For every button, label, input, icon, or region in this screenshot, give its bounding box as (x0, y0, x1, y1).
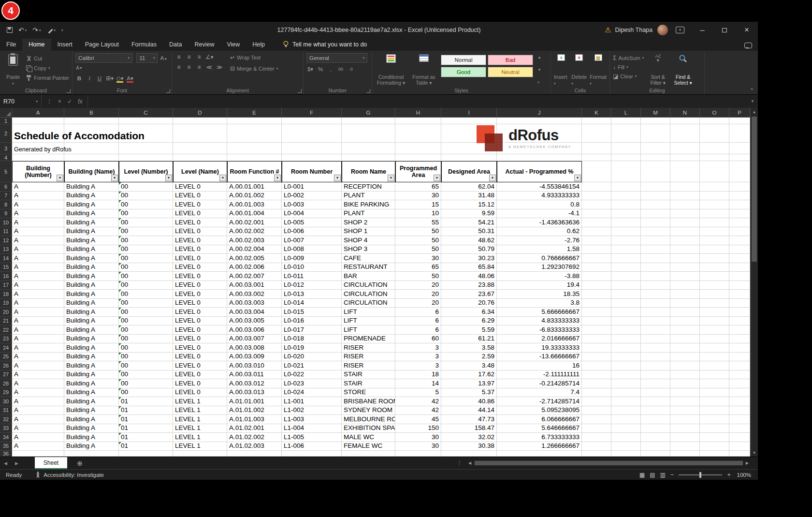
cell-E31[interactable]: A.01.01.002 (227, 406, 282, 415)
cell-L17[interactable] (611, 281, 641, 290)
row-header-31[interactable]: 31 (0, 406, 12, 415)
cell-B35[interactable]: Building A (64, 442, 119, 451)
gallery-more-icon[interactable]: ≡ (537, 80, 541, 85)
cell-N24[interactable] (670, 343, 700, 353)
cell-L15[interactable] (611, 263, 641, 272)
filter-dropdown-icon[interactable]: ▼ (219, 175, 226, 181)
cell-G8[interactable]: BIKE PARKING (342, 200, 395, 209)
cell-P10[interactable] (729, 218, 750, 227)
cell-P29[interactable] (729, 388, 750, 398)
cell-J34[interactable]: 6.733333333 (497, 433, 582, 442)
cell-H31[interactable]: 42 (395, 406, 441, 415)
cell-A1[interactable] (12, 118, 64, 124)
cell-H11[interactable]: 50 (395, 227, 441, 236)
cell-K28[interactable] (582, 379, 611, 388)
cell-N14[interactable] (670, 254, 700, 263)
cell-P34[interactable] (729, 433, 750, 442)
cell-N36[interactable] (670, 451, 700, 457)
autosum-button[interactable]: ΣAutoSum▾ (613, 54, 644, 62)
cell-B19[interactable]: Building A (64, 299, 119, 308)
new-sheet-button[interactable]: ⊕ (77, 459, 83, 467)
cell-K9[interactable] (582, 209, 611, 219)
cell-B16[interactable]: Building A (64, 272, 119, 281)
cell-F9[interactable]: L0-004 (282, 209, 342, 219)
cell-K33[interactable] (582, 424, 611, 433)
row-header-10[interactable]: 10 (0, 218, 12, 227)
cell-B36[interactable] (64, 451, 119, 457)
cell-L10[interactable] (611, 218, 641, 227)
cell-E1[interactable] (227, 118, 282, 124)
row-header-16[interactable]: 16 (0, 272, 12, 281)
cell-N6[interactable] (670, 182, 700, 192)
cell-F13[interactable]: L0-008 (282, 245, 342, 254)
cell-A30[interactable]: A (12, 397, 64, 406)
cell-C6[interactable]: 00 (119, 182, 173, 192)
enter-button[interactable]: ✓ (67, 98, 72, 105)
cell-M6[interactable] (641, 182, 670, 192)
cell-I11[interactable]: 50.31 (441, 227, 497, 236)
cell-B13[interactable]: Building A (64, 245, 119, 254)
cell-E34[interactable]: A.01.02.002 (227, 433, 282, 442)
cell-F27[interactable]: L0-022 (282, 370, 342, 380)
cell-L18[interactable] (611, 290, 641, 299)
cell-P20[interactable] (729, 308, 750, 317)
cell-P19[interactable] (729, 299, 750, 308)
cell-P31[interactable] (729, 406, 750, 415)
cell-L12[interactable] (611, 236, 641, 245)
borders-button[interactable]: ⊞▾ (106, 74, 114, 82)
cell-J9[interactable]: -4.1 (497, 209, 582, 219)
cell-K4[interactable] (582, 154, 611, 161)
cell-I31[interactable]: 44.14 (441, 406, 497, 415)
row-header-15[interactable]: 15 (0, 263, 12, 272)
cell-P14[interactable] (729, 254, 750, 263)
cell-P17[interactable] (729, 281, 750, 290)
cell-L6[interactable] (611, 182, 641, 192)
cell-K13[interactable] (582, 245, 611, 254)
cell-C8[interactable]: 00 (119, 200, 173, 209)
cell-D19[interactable]: LEVEL 0 (173, 299, 227, 308)
scroll-right-icon[interactable]: ▶ (743, 461, 751, 465)
page-break-view-button[interactable]: ▥ (660, 472, 665, 478)
cell-O13[interactable] (700, 245, 729, 254)
cell-G7[interactable]: PLANT (342, 192, 395, 201)
cell-M27[interactable] (641, 370, 670, 380)
cell-K32[interactable] (582, 415, 611, 424)
ribbon-tab-file[interactable]: File (0, 39, 22, 51)
cell-B9[interactable]: Building A (64, 209, 119, 219)
cell-H22[interactable]: 6 (395, 325, 441, 335)
cell-L24[interactable] (611, 343, 641, 353)
align-bottom-button[interactable]: ≡ (195, 53, 203, 61)
cell-H6[interactable]: 65 (395, 182, 441, 192)
cell-M19[interactable] (641, 299, 670, 308)
cell-J8[interactable]: 0.8 (497, 200, 582, 209)
cell-N34[interactable] (670, 433, 700, 442)
cell-M16[interactable] (641, 272, 670, 281)
cell-H12[interactable]: 50 (395, 236, 441, 245)
cell-F6[interactable]: L0-001 (282, 182, 342, 192)
cell-D8[interactable]: LEVEL 0 (173, 200, 227, 209)
delete-cells-button[interactable]: ×Delete ▾ (571, 53, 587, 87)
cell-C34[interactable]: 01 (119, 433, 173, 442)
ribbon-tab-view[interactable]: View (220, 39, 246, 51)
cell-I12[interactable]: 48.62 (441, 236, 497, 245)
row-header-29[interactable]: 29 (0, 388, 12, 398)
cell-D24[interactable]: LEVEL 0 (173, 343, 227, 353)
cell-K1[interactable] (582, 118, 611, 124)
cell-H29[interactable]: 5 (395, 388, 441, 398)
cell-H3[interactable] (395, 143, 441, 154)
cell-N7[interactable] (670, 192, 700, 201)
cell-I18[interactable]: 23.67 (441, 290, 497, 299)
cell-A26[interactable]: A (12, 361, 64, 370)
cell-C22[interactable]: 00 (119, 325, 173, 335)
cell-H30[interactable]: 42 (395, 397, 441, 406)
cell-I17[interactable]: 23.88 (441, 281, 497, 290)
cell-E4[interactable] (227, 154, 282, 161)
cell-H2[interactable] (395, 124, 441, 143)
cell-P26[interactable] (729, 361, 750, 370)
cell-A5[interactable]: Building (Number)▼ (12, 161, 64, 182)
cell-A23[interactable]: A (12, 335, 64, 344)
cell-B10[interactable]: Building A (64, 218, 119, 227)
cell-J21[interactable]: 4.833333333 (497, 317, 582, 326)
cell-G24[interactable]: RISER (342, 343, 395, 353)
cell-K6[interactable] (582, 182, 611, 192)
